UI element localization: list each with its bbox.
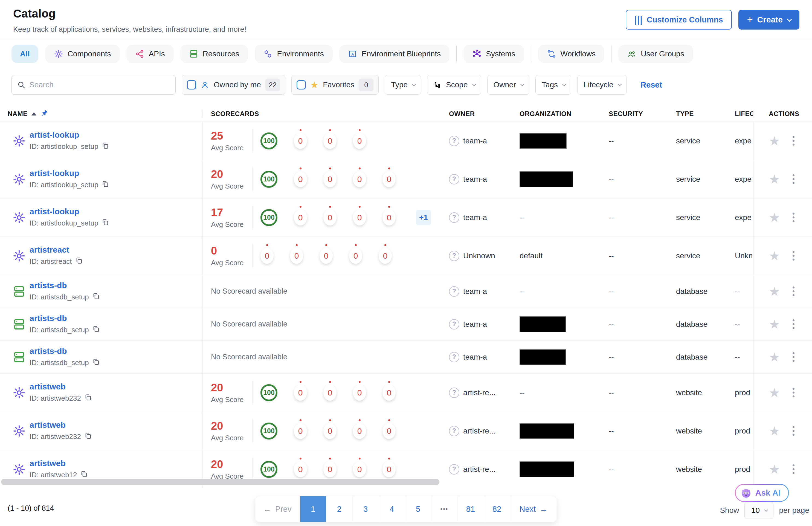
entity-name-link[interactable]: artist-lookup — [30, 130, 109, 140]
ask-ai-button[interactable]: Ask AI — [735, 484, 789, 502]
tab-components[interactable]: Components — [45, 45, 119, 63]
favorites-checkbox[interactable] — [296, 80, 306, 89]
scorecard-fail-badge[interactable]: 0 — [353, 423, 366, 439]
row-menu-button[interactable] — [791, 386, 796, 399]
scorecard-fail-badge[interactable]: 0 — [382, 461, 396, 477]
page-button-1[interactable]: 1 — [300, 496, 326, 522]
copy-icon[interactable] — [102, 180, 109, 190]
favorite-star-button[interactable]: ★ — [769, 386, 780, 399]
scorecard-fail-badge[interactable]: 0 — [323, 423, 336, 439]
scorecard-fail-badge[interactable]: 0 — [323, 133, 336, 149]
scorecard-fail-badge[interactable]: 0 — [294, 385, 307, 401]
scorecard-pass-badge[interactable]: 100 — [260, 171, 277, 188]
tab-all[interactable]: All — [12, 45, 38, 63]
page-button-82[interactable]: 82 — [484, 496, 510, 522]
row-menu-button[interactable] — [791, 318, 796, 331]
scorecard-fail-badge[interactable]: 0 — [353, 171, 366, 187]
row-menu-button[interactable] — [791, 285, 796, 298]
tab-workflows[interactable]: Workflows — [538, 45, 604, 63]
next-page-button[interactable]: Next→ — [510, 496, 557, 522]
search-input[interactable] — [29, 81, 170, 89]
scorecard-fail-badge[interactable]: 0 — [353, 385, 366, 401]
scorecard-fail-badge[interactable]: 0 — [260, 248, 274, 264]
more-scorecards-badge[interactable]: +1 — [416, 210, 431, 225]
pin-icon[interactable] — [40, 109, 48, 118]
prev-page-button[interactable]: ←Prev — [255, 496, 300, 522]
scorecard-fail-badge[interactable]: 0 — [382, 210, 396, 226]
lifecycle-filter-dropdown[interactable]: Lifecycle — [577, 75, 627, 95]
scorecard-fail-badge[interactable]: 0 — [353, 210, 366, 226]
owned-by-me-checkbox[interactable] — [187, 80, 196, 89]
copy-icon[interactable] — [80, 470, 88, 480]
favorite-star-button[interactable]: ★ — [769, 318, 780, 331]
owned-by-me-filter[interactable]: Owned by me 22 — [182, 75, 285, 95]
page-ellipsis[interactable]: ••• — [431, 496, 458, 522]
page-button-81[interactable]: 81 — [458, 496, 484, 522]
copy-icon[interactable] — [84, 432, 92, 441]
scorecard-fail-badge[interactable]: 0 — [382, 171, 396, 187]
scorecard-fail-badge[interactable]: 0 — [353, 133, 366, 149]
scorecard-fail-badge[interactable]: 0 — [294, 171, 307, 187]
entity-name-link[interactable]: artistweb — [30, 382, 92, 392]
row-menu-button[interactable] — [791, 211, 796, 224]
scorecard-pass-badge[interactable]: 100 — [260, 132, 277, 150]
page-button-5[interactable]: 5 — [405, 496, 431, 522]
favorite-star-button[interactable]: ★ — [769, 285, 780, 298]
scorecard-pass-badge[interactable]: 100 — [260, 209, 277, 226]
favorite-star-button[interactable]: ★ — [769, 250, 780, 262]
scorecard-fail-badge[interactable]: 0 — [323, 210, 336, 226]
tab-resources[interactable]: Resources — [180, 45, 248, 63]
page-button-2[interactable]: 2 — [326, 496, 352, 522]
row-menu-button[interactable] — [791, 463, 796, 475]
entity-name-link[interactable]: artists-db — [30, 314, 100, 323]
entity-name-link[interactable]: artistreact — [30, 245, 83, 255]
search-box[interactable] — [12, 75, 176, 95]
scope-filter-dropdown[interactable]: Scope — [427, 75, 481, 95]
scorecard-fail-badge[interactable]: 0 — [323, 171, 336, 187]
copy-icon[interactable] — [102, 142, 109, 151]
copy-icon[interactable] — [84, 394, 92, 403]
tab-user-groups[interactable]: User Groups — [619, 45, 693, 63]
scorecard-fail-badge[interactable]: 0 — [349, 248, 362, 264]
tab-systems[interactable]: Systems — [464, 45, 524, 63]
favorite-star-button[interactable]: ★ — [769, 425, 780, 437]
row-menu-button[interactable] — [791, 351, 796, 364]
row-menu-button[interactable] — [791, 134, 796, 147]
copy-icon[interactable] — [92, 358, 100, 368]
favorite-star-button[interactable]: ★ — [769, 173, 780, 186]
entity-name-link[interactable]: artists-db — [30, 281, 100, 290]
scorecard-fail-badge[interactable]: 0 — [290, 248, 303, 264]
column-header-name[interactable]: NAME — [0, 109, 202, 118]
type-filter-dropdown[interactable]: Type — [385, 75, 421, 95]
tab-environments[interactable]: Environments — [255, 45, 332, 63]
page-size-select[interactable]: 10 — [744, 502, 773, 519]
entity-name-link[interactable]: artistweb — [30, 459, 88, 468]
scorecard-fail-badge[interactable]: 0 — [294, 461, 307, 477]
scorecard-fail-badge[interactable]: 0 — [323, 385, 336, 401]
scorecard-fail-badge[interactable]: 0 — [353, 461, 366, 477]
tab-apis[interactable]: APIs — [127, 45, 173, 63]
copy-icon[interactable] — [75, 257, 83, 266]
copy-icon[interactable] — [92, 292, 100, 302]
favorite-star-button[interactable]: ★ — [769, 351, 780, 364]
entity-name-link[interactable]: artistweb — [30, 421, 92, 430]
scorecard-fail-badge[interactable]: 0 — [382, 385, 396, 401]
page-button-4[interactable]: 4 — [379, 496, 405, 522]
create-button[interactable]: + Create — [738, 10, 799, 30]
scorecard-fail-badge[interactable]: 0 — [320, 248, 333, 264]
entity-name-link[interactable]: artist-lookup — [30, 207, 109, 216]
favorites-filter[interactable]: ★ Favorites 0 — [291, 75, 379, 95]
scorecard-pass-badge[interactable]: 100 — [260, 423, 277, 440]
customize-columns-button[interactable]: ||| Customize Columns — [626, 10, 732, 30]
scorecard-fail-badge[interactable]: 0 — [382, 423, 396, 439]
scorecard-fail-badge[interactable]: 0 — [294, 210, 307, 226]
scorecard-fail-badge[interactable]: 0 — [379, 248, 392, 264]
favorite-star-button[interactable]: ★ — [769, 463, 780, 475]
owner-filter-dropdown[interactable]: Owner — [487, 75, 530, 95]
tags-filter-dropdown[interactable]: Tags — [535, 75, 571, 95]
row-menu-button[interactable] — [791, 425, 796, 437]
reset-filters-link[interactable]: Reset — [640, 81, 662, 89]
horizontal-scrollbar[interactable] — [1, 479, 439, 485]
copy-icon[interactable] — [92, 325, 100, 335]
favorite-star-button[interactable]: ★ — [769, 134, 780, 147]
